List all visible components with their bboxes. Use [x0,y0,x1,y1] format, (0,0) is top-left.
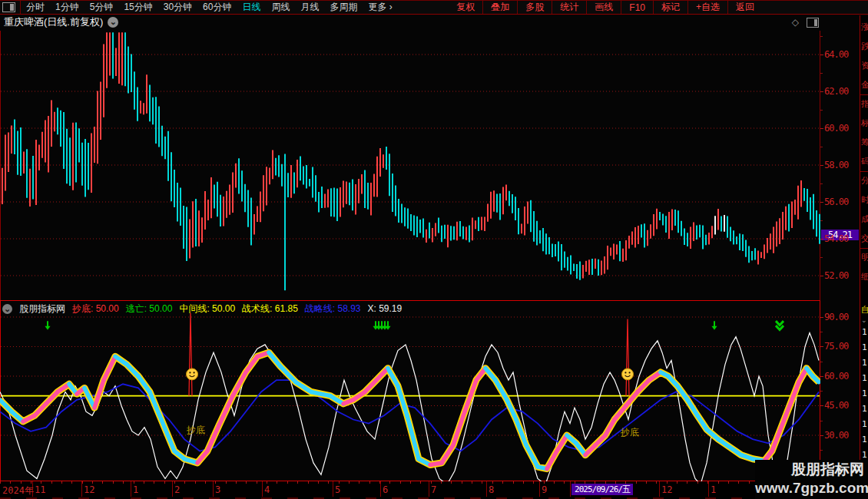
sidebar-tab-char[interactable]: 交 [861,233,868,244]
x-tick [359,481,359,484]
axis-tick [820,220,823,221]
sidebar-tab-char[interactable]: 时 [861,194,868,206]
indicator-collapse-icon[interactable]: ⌄ [2,304,12,314]
sidebar-tab-char[interactable]: 细 [861,271,868,283]
x-tick [0,481,1,484]
period-tab-5分钟[interactable]: 5分钟 [84,1,119,14]
axis-tick [820,257,823,258]
action-叠加[interactable]: 叠加 [483,1,517,14]
x-tick [605,481,606,484]
action-返回[interactable]: 返回 [728,1,762,14]
action-复权[interactable]: 复权 [449,1,482,14]
chevron-down-icon[interactable]: ⌄ [108,17,118,28]
axis-tick [820,450,823,451]
sidebar-self-tab[interactable]: 自 [861,304,868,316]
window-split-icon[interactable] [807,18,819,28]
period-tab-30分钟[interactable]: 30分钟 [158,1,197,14]
axis-tick [820,55,823,55]
sidebar-tab-char[interactable]: 筹 [861,137,868,148]
period-tab-日线[interactable]: 日线 [237,1,266,14]
period-tab-月线[interactable]: 月线 [295,1,324,14]
action-画线[interactable]: 画线 [587,1,621,14]
axis-tick [820,110,823,111]
x-tick [544,481,545,484]
period-tab-15分钟[interactable]: 15分钟 [118,1,157,14]
sidebar-tab-char[interactable]: 分 [861,175,868,187]
x-tick [82,481,83,484]
x-separator [539,481,540,497]
sidebar-tab-char[interactable]: 指 [861,98,868,110]
x-tick [31,481,31,484]
x-tick [61,481,62,484]
price-axis-label: 56.00 [824,197,861,207]
x-tick [451,481,452,484]
sidebar-page-number[interactable]: 1 [862,404,867,414]
sidebar-tab-char[interactable]: 明 [861,252,868,263]
indicator-plot[interactable]: 抄底抄底 [0,300,820,481]
sidebar-page-number[interactable]: 1 [862,373,867,383]
sidebar-page-number[interactable]: 1 [862,342,867,352]
layout-icon[interactable] [2,2,15,12]
sidebar-tab-char[interactable]: 涨 [861,21,868,33]
x-separator [570,481,571,497]
action-标记[interactable]: 标记 [654,1,687,14]
sidebar-tab-char[interactable]: 金 [861,79,868,91]
sidebar-page-number[interactable]: 1 [862,450,867,460]
x-tick [523,481,524,484]
x-tick [226,481,227,484]
period-tab-周线[interactable]: 周线 [266,1,295,14]
sidebar-tab-char[interactable]: 标 [861,117,868,129]
sidebar-tab-char[interactable]: 码 [861,156,868,167]
indicator-readout: 股朋指标网 [19,302,65,316]
price-axis-label: 60.00 [824,123,861,134]
sidebar-divider [860,171,868,172]
price-plot[interactable] [0,31,820,300]
x-tick [585,481,585,484]
x-tick [349,481,350,484]
action-统计[interactable]: 统计 [552,1,586,14]
diamond-icon[interactable]: ◇ [792,17,799,28]
x-tick [533,481,534,484]
x-tick [728,481,729,484]
period-tab-更多 ›[interactable]: 更多 › [363,1,397,14]
axis-tick [820,183,823,184]
action-多股[interactable]: 多股 [518,1,552,14]
svg-text:抄底: 抄底 [620,427,639,438]
price-axis-label: 62.00 [824,86,861,97]
sidebar-chevron-icon[interactable]: ⌄ [861,316,867,324]
sidebar-page-number[interactable]: 1 [862,435,867,444]
sidebar-page-number[interactable]: 1 [862,327,867,337]
x-separator [486,481,487,497]
sidebar-tab-char[interactable]: 成 [861,213,868,225]
x-tick [656,481,657,484]
sidebar-page-number[interactable]: 1 [862,358,867,368]
price-axis-label: 52.00 [824,270,861,281]
x-tick [482,481,482,484]
sidebar-page-number[interactable]: 1 [862,388,867,398]
x-axis-label: 9 [542,484,547,495]
x-tick [184,481,185,484]
x-separator [213,481,214,497]
price-axis-label: 54.00 [824,233,861,244]
x-tick [369,481,370,484]
action-+自选[interactable]: +自选 [688,1,727,14]
x-separator [262,481,263,497]
x-separator [172,481,173,497]
sidebar-tab-char[interactable]: 资 [861,60,868,71]
x-axis-label: 1 [711,484,716,495]
sidebar-page-number[interactable]: 1 [862,419,867,429]
period-tab-多周期[interactable]: 多周期 [324,1,363,14]
period-tab-分时[interactable]: 分时 [21,1,50,14]
x-axis-label: 11 [35,484,45,495]
indicator-axis-label: 90.00 [824,312,861,322]
x-tick [646,481,647,484]
indicator-header: ⌄股朋指标网抄底: 50.00逃亡: 50.00中间线: 50.00战术线: 6… [2,302,402,315]
price-axis-label: 64.00 [824,49,861,60]
x-tick [174,481,175,484]
axis-tick [820,202,823,203]
period-tab-1分钟[interactable]: 1分钟 [50,1,84,14]
period-tab-60分钟[interactable]: 60分钟 [197,1,237,14]
action-F10[interactable]: F10 [621,2,653,13]
x-tick [267,481,267,484]
sidebar-tab-char[interactable]: 跌 [861,41,868,52]
